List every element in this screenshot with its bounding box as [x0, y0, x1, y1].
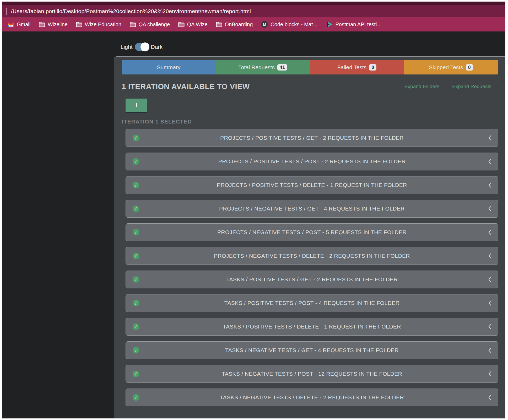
chevron-left-icon — [488, 159, 491, 164]
folder-row[interactable]: i PROJECTS / POSITIVE TESTS / GET - 2 RE… — [126, 129, 498, 147]
bookmark-wize-education[interactable]: Wize Education — [76, 21, 121, 28]
info-icon: i — [133, 253, 139, 259]
bookmark-qa-challenge[interactable]: QA challenge — [130, 21, 170, 28]
chevron-left-icon — [488, 135, 491, 141]
urlbar-divider — [6, 8, 7, 15]
info-icon: i — [133, 229, 139, 236]
info-icon: i — [133, 206, 139, 212]
iteration-selected-label: ITERATION 1 SELECTED — [122, 119, 505, 125]
bookmark-gmail[interactable]: Gmail — [8, 21, 30, 28]
toggle-knob — [140, 42, 149, 51]
folder-row[interactable]: i TASKS / POSITIVE TESTS / DELETE - 1 RE… — [126, 318, 498, 336]
expand-folders-button[interactable]: Expand Folders — [398, 81, 446, 92]
tab-label: Skipped Tests — [429, 64, 463, 71]
info-icon: i — [133, 135, 139, 141]
expand-button-group: Expand Folders Expand Requests — [398, 81, 498, 92]
chevron-left-icon — [488, 324, 491, 329]
folder-title: TASKS / POSITIVE TESTS / DELETE - 1 REQU… — [126, 324, 498, 330]
folder-title: PROJECTS / POSITIVE TESTS / DELETE - 1 R… — [126, 182, 498, 188]
bookmark-code-blocks[interactable]: M Code blocks - Mat… — [261, 21, 318, 28]
info-icon: i — [133, 324, 139, 330]
tab-skipped-tests[interactable]: Skipped Tests 0 — [404, 60, 498, 74]
folder-row[interactable]: i PROJECTS / POSITIVE TESTS / POST - 2 R… — [126, 153, 498, 170]
info-icon: i — [133, 371, 139, 377]
folder-row[interactable]: i TASKS / NEGATIVE TESTS / GET - 4 REQUE… — [126, 341, 498, 359]
folder-title: PROJECTS / POSITIVE TESTS / POST - 2 REQ… — [126, 158, 498, 165]
chevron-left-icon — [488, 253, 491, 259]
header-row: 1 ITERATION AVAILABLE TO VIEW Expand Fol… — [122, 81, 498, 92]
folder-row[interactable]: i TASKS / NEGATIVE TESTS / POST - 12 REQ… — [126, 365, 498, 383]
folder-title: PROJECTS / NEGATIVE TESTS / GET - 4 REQU… — [126, 206, 498, 212]
folder-row[interactable]: i TASKS / NEGATIVE TESTS / DELETE - 2 RE… — [126, 389, 498, 406]
bookmark-label: QA Wize — [187, 21, 208, 28]
folder-row[interactable]: i PROJECTS / NEGATIVE TESTS / DELETE - 2… — [126, 247, 498, 265]
chevron-left-icon — [488, 277, 491, 282]
bookmark-label: OnBoarding — [225, 21, 253, 28]
folder-title: TASKS / NEGATIVE TESTS / DELETE - 2 REQU… — [126, 394, 498, 401]
bookmark-label: QA challenge — [139, 21, 170, 28]
folder-icon — [130, 21, 136, 28]
bookmark-wizeline[interactable]: Wizeline — [39, 21, 68, 28]
bookmark-label: Gmail — [17, 21, 30, 28]
browser-window: /Users/fabian.portillo/Desktop/Postman%2… — [2, 2, 505, 418]
info-icon: i — [133, 276, 139, 283]
chevron-left-icon — [488, 300, 491, 306]
failed-tests-badge: 0 — [369, 64, 376, 71]
url-text[interactable]: /Users/fabian.portillo/Desktop/Postman%2… — [11, 8, 251, 14]
chevron-left-icon — [488, 348, 491, 353]
tab-label: Summary — [157, 64, 181, 71]
folder-row[interactable]: i PROJECTS / NEGATIVE TESTS / POST - 5 R… — [126, 223, 498, 241]
info-icon: i — [133, 347, 139, 354]
folder-row[interactable]: i TASKS / POSITIVE TESTS / GET - 2 REQUE… — [126, 271, 498, 288]
folder-icon — [216, 21, 222, 28]
bookmark-label: Postman API testi… — [335, 21, 382, 28]
skipped-tests-badge: 0 — [466, 64, 473, 71]
dark-label: Dark — [151, 44, 163, 50]
bookmark-label: Code blocks - Mat… — [271, 21, 318, 28]
total-requests-badge: 41 — [277, 64, 287, 71]
code-blocks-icon: M — [261, 21, 268, 28]
report-page: Light Dark Summary Total Requests 41 Fai… — [2, 31, 505, 418]
folder-title: TASKS / POSITIVE TESTS / GET - 2 REQUEST… — [126, 276, 498, 283]
expand-requests-button[interactable]: Expand Requests — [446, 81, 498, 92]
folder-icon — [39, 21, 45, 28]
chevron-left-icon — [488, 395, 491, 400]
bookmark-qa-wize[interactable]: QA Wize — [178, 21, 208, 28]
tab-summary[interactable]: Summary — [122, 60, 216, 74]
theme-toggle-switch[interactable] — [135, 43, 149, 51]
summary-tabs: Summary Total Requests 41 Failed Tests 0… — [122, 60, 498, 74]
tab-failed-tests[interactable]: Failed Tests 0 — [310, 60, 404, 74]
folder-row[interactable]: i PROJECTS / NEGATIVE TESTS / GET - 4 RE… — [126, 200, 498, 218]
gmail-icon — [8, 21, 14, 28]
chevron-left-icon — [488, 371, 491, 376]
chevron-left-icon — [488, 182, 491, 188]
chevron-left-icon — [488, 230, 491, 235]
folder-icon — [76, 21, 82, 28]
postman-icon — [326, 21, 333, 28]
theme-toggle-row: Light Dark — [121, 43, 163, 51]
tab-total-requests[interactable]: Total Requests 41 — [216, 60, 310, 74]
browser-tabstrip — [2, 2, 505, 5]
light-label: Light — [121, 44, 133, 50]
page-title: 1 ITERATION AVAILABLE TO VIEW — [122, 82, 250, 91]
bookmark-label: Wizeline — [48, 21, 68, 28]
folder-title: PROJECTS / NEGATIVE TESTS / POST - 5 REQ… — [126, 229, 498, 235]
folder-row[interactable]: i PROJECTS / POSITIVE TESTS / DELETE - 1… — [126, 176, 498, 194]
iteration-1-button[interactable]: 1 — [126, 99, 147, 113]
url-bar[interactable]: /Users/fabian.portillo/Desktop/Postman%2… — [2, 5, 505, 17]
bookmark-label: Wize Education — [85, 21, 121, 28]
bookmark-onboarding[interactable]: OnBoarding — [216, 21, 253, 28]
folder-title: PROJECTS / POSITIVE TESTS / GET - 2 REQU… — [126, 135, 498, 141]
tab-label: Failed Tests — [337, 64, 367, 71]
folder-row[interactable]: i TASKS / POSITIVE TESTS / POST - 4 REQU… — [126, 294, 498, 312]
bookmarks-bar: Gmail Wizeline Wize Education — [2, 17, 505, 31]
folder-title: TASKS / NEGATIVE TESTS / POST - 12 REQUE… — [126, 371, 498, 377]
folder-icon — [178, 21, 185, 28]
folder-list: i PROJECTS / POSITIVE TESTS / GET - 2 RE… — [126, 129, 498, 406]
report-panel: Summary Total Requests 41 Failed Tests 0… — [114, 56, 505, 418]
bookmark-postman-api[interactable]: Postman API testi… — [326, 21, 382, 28]
info-icon: i — [133, 158, 139, 165]
folder-title: TASKS / POSITIVE TESTS / POST - 4 REQUES… — [126, 300, 498, 306]
info-icon: i — [133, 182, 139, 189]
chevron-left-icon — [488, 206, 491, 211]
